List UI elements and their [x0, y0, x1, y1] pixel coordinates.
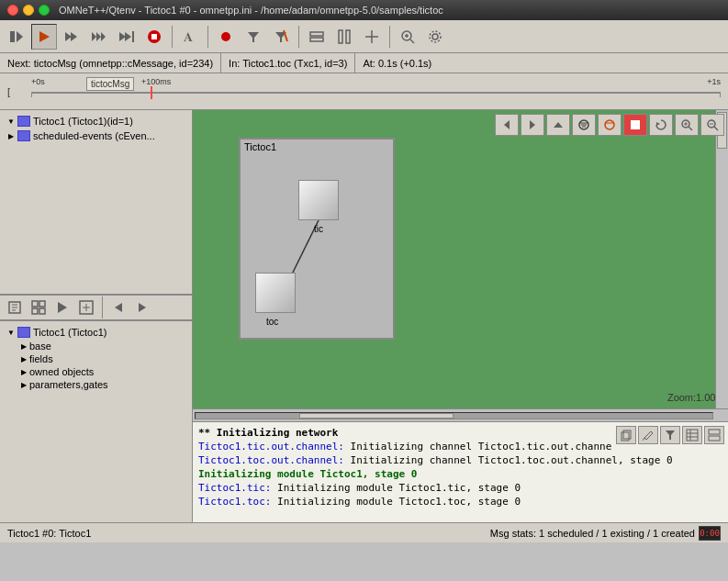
- timeline-bracket: [: [7, 86, 28, 97]
- filter1-button[interactable]: [241, 24, 266, 50]
- svg-point-28: [432, 34, 438, 39]
- svg-rect-59: [631, 120, 640, 129]
- layout-vert-button[interactable]: [331, 24, 357, 50]
- toc-node[interactable]: [255, 273, 296, 313]
- inspector-arrow-base[interactable]: [18, 341, 29, 352]
- svg-rect-40: [32, 308, 38, 314]
- svg-marker-42: [58, 302, 67, 313]
- log-panel: ** Initializing network Tictoc1.tic.out.…: [193, 421, 728, 522]
- inspector-arrow-tictoc1[interactable]: [6, 327, 17, 338]
- inspector-arrow-owned-objects[interactable]: [18, 366, 29, 377]
- status-bottom-right: Msg stats: 1 scheduled / 1 existing / 1 …: [490, 526, 721, 541]
- svg-rect-72: [623, 430, 631, 439]
- minimize-button[interactable]: [23, 5, 34, 16]
- svg-line-17: [284, 30, 287, 41]
- nav-more-button[interactable]: [131, 297, 153, 318]
- log-line-6: Tictoc1.toc: Initializing module Tictoc1…: [198, 495, 722, 508]
- svg-marker-4: [71, 32, 77, 41]
- canvas-forward-button[interactable]: [521, 114, 544, 136]
- inspect-button[interactable]: [4, 297, 26, 318]
- log-key-2: Tictoc1.tic.out.channel:: [198, 441, 344, 453]
- tree-expand-button[interactable]: [28, 297, 50, 318]
- zoom-in-button[interactable]: [395, 24, 420, 50]
- inspector-label-tictoc1: Tictoc1 (Tictoc1): [33, 327, 106, 338]
- tree-refresh-button[interactable]: [75, 297, 97, 318]
- inspector-item-owned-objects[interactable]: owned objects: [4, 365, 188, 378]
- svg-rect-70: [256, 274, 295, 312]
- log-text-4: Initializing module Tictoc1, stage 0: [198, 468, 417, 480]
- svg-marker-9: [125, 32, 131, 41]
- svg-rect-49: [18, 328, 29, 337]
- canvas-refresh-button[interactable]: [649, 114, 673, 136]
- tic-node[interactable]: [298, 180, 339, 220]
- timeline-msg-label: tictocMsg: [86, 77, 134, 91]
- close-button[interactable]: [7, 5, 18, 16]
- canvas-stop-button[interactable]: [623, 114, 647, 136]
- scrollbar-track-h[interactable]: [195, 412, 713, 419]
- log-edit-button[interactable]: [638, 426, 658, 444]
- svg-line-62: [689, 127, 692, 130]
- network-diagram[interactable]: Tictoc1: [239, 138, 395, 340]
- timeline-bar: [ tictocMsg +0s +100ms +1s: [0, 73, 728, 110]
- tree-collapse-button[interactable]: [51, 297, 73, 318]
- module-icon-tictoc1: [17, 115, 31, 128]
- maximize-button[interactable]: [39, 5, 50, 16]
- canvas-up-button[interactable]: [546, 114, 570, 136]
- nav-back-button[interactable]: [107, 297, 129, 318]
- inspector-item-fields[interactable]: fields: [4, 352, 188, 365]
- svg-text:𝐀: 𝐀: [184, 29, 193, 44]
- layout-both-button[interactable]: [359, 24, 385, 50]
- canvas-filter2-button[interactable]: [598, 114, 622, 136]
- next-event-section: Next: tictocMsg (omnetpp::cMessage, id=2…: [0, 53, 221, 73]
- canvas-area[interactable]: Tictoc1: [193, 110, 728, 408]
- until-button[interactable]: [114, 24, 140, 50]
- in-module-text: In: Tictoc1.toc (Txc1, id=3): [229, 58, 347, 69]
- svg-marker-8: [119, 32, 126, 41]
- tree-arrow-scheduled[interactable]: [6, 130, 17, 141]
- log-line-5: Tictoc1.tic: Initializing module Tictoc1…: [198, 481, 722, 495]
- svg-line-66: [714, 127, 718, 130]
- stop-button[interactable]: [141, 24, 167, 50]
- inspector-icon-tictoc1: [17, 326, 31, 339]
- inspector-item-tictoc1[interactable]: Tictoc1 (Tictoc1): [4, 325, 188, 340]
- find-button[interactable]: 𝐀: [177, 24, 203, 50]
- next-event-text: Next: tictocMsg (omnetpp::cMessage, id=2…: [7, 58, 213, 69]
- svg-rect-41: [39, 308, 45, 314]
- inspector-item-base[interactable]: base: [4, 340, 188, 352]
- canvas-filter1-button[interactable]: [572, 114, 596, 136]
- tree-item-scheduled[interactable]: scheduled-events (cEven...: [4, 128, 188, 143]
- timeline-tick-start: +0s: [31, 77, 45, 86]
- log-split-button[interactable]: [704, 426, 724, 444]
- scrollbar-thumb-h[interactable]: [299, 413, 454, 419]
- canvas-right-scrollbar[interactable]: [715, 110, 728, 408]
- canvas-scrollbar[interactable]: [193, 408, 728, 421]
- log-table-button[interactable]: [682, 426, 702, 444]
- log-copy-button[interactable]: [616, 426, 636, 444]
- fast-button[interactable]: [59, 24, 84, 50]
- settings-button[interactable]: [422, 24, 448, 50]
- canvas-zoom-out-button[interactable]: [700, 114, 724, 136]
- svg-point-57: [605, 120, 614, 129]
- record-button[interactable]: [213, 24, 239, 50]
- run-button[interactable]: [31, 24, 57, 50]
- inspector-arrow-fields[interactable]: [18, 353, 29, 364]
- svg-line-25: [410, 39, 414, 43]
- inspector-item-params-gates[interactable]: parameters,gates: [4, 378, 188, 391]
- filter2-button[interactable]: [268, 24, 294, 50]
- express-button[interactable]: [86, 24, 112, 50]
- at-time-section: At: 0.1s (+0.1s): [355, 53, 439, 73]
- log-filter-button[interactable]: [660, 426, 680, 444]
- tree-arrow-tictoc1[interactable]: [6, 116, 17, 127]
- main-toolbar: 𝐀: [0, 20, 728, 53]
- canvas-back-button[interactable]: [495, 114, 519, 136]
- canvas-zoom-in-button[interactable]: [675, 114, 699, 136]
- tree-label-scheduled: scheduled-events (cEven...: [33, 130, 155, 141]
- svg-rect-19: [310, 38, 323, 41]
- layout-horiz-button[interactable]: [304, 24, 330, 50]
- svg-line-73: [643, 438, 644, 441]
- log-line-4: Initializing module Tictoc1, stage 0: [198, 467, 722, 481]
- module-icon-scheduled: [17, 129, 31, 142]
- inspector-arrow-params-gates[interactable]: [18, 379, 29, 390]
- tree-item-tictoc1[interactable]: Tictoc1 (Tictoc1)(id=1): [4, 114, 188, 128]
- step-button[interactable]: [4, 24, 29, 50]
